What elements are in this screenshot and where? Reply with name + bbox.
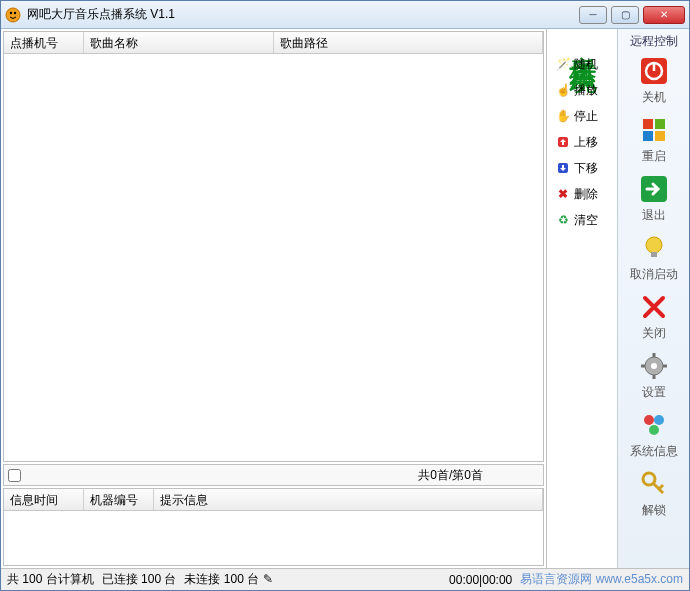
up-button[interactable]: 上移 xyxy=(552,131,612,153)
sysinfo-icon xyxy=(638,409,670,441)
message-body[interactable] xyxy=(4,511,543,565)
play-button[interactable]: ☝播放 xyxy=(552,79,612,101)
recycle-icon: ♻ xyxy=(556,213,570,227)
message-table: 信息时间 机器编号 提示信息 xyxy=(3,488,544,566)
select-all-checkbox[interactable] xyxy=(8,469,21,482)
playlist-body[interactable] xyxy=(4,54,543,461)
down-button[interactable]: 下移 xyxy=(552,157,612,179)
restart-button[interactable]: 重启 xyxy=(624,114,684,165)
windows-icon xyxy=(638,114,670,146)
close-window-button[interactable]: ✕ xyxy=(643,6,685,24)
midbar: 共0首/第0首 xyxy=(3,464,544,486)
status-connected: 已连接 100 台 xyxy=(102,571,177,588)
watermark: 易语言资源网 www.e5a5x.com xyxy=(520,571,683,588)
svg-line-26 xyxy=(659,485,663,489)
unlock-button[interactable]: 解锁 xyxy=(624,468,684,519)
svg-point-1 xyxy=(10,11,12,13)
bulb-icon xyxy=(638,232,670,264)
svg-rect-8 xyxy=(643,119,653,129)
cancel-start-button[interactable]: 取消启动 xyxy=(624,232,684,283)
vertical-banner: 音乐点播系统 xyxy=(567,33,598,45)
delete-button[interactable]: ✖删除 xyxy=(552,183,612,205)
message-header: 信息时间 机器编号 提示信息 xyxy=(4,489,543,511)
close-button[interactable]: 关闭 xyxy=(624,291,684,342)
x-icon: ✖ xyxy=(556,187,570,201)
right-panel: 远程控制 关机 重启 退出 取消启动 关闭 xyxy=(617,29,689,568)
titlebar: 网吧大厅音乐点播系统 V1.1 ─ ▢ ✕ xyxy=(1,1,689,29)
shutdown-button[interactable]: 关机 xyxy=(624,55,684,106)
svg-point-16 xyxy=(651,363,657,369)
remote-control-header: 远程控制 xyxy=(630,31,678,51)
window-title: 网吧大厅音乐点播系统 V1.1 xyxy=(27,6,575,23)
svg-point-13 xyxy=(646,237,662,253)
col-machine-id[interactable]: 机器编号 xyxy=(84,489,154,510)
red-x-icon xyxy=(638,291,670,323)
svg-point-21 xyxy=(644,415,654,425)
status-total: 共 100 台计算机 xyxy=(7,571,94,588)
status-time: 00:00|00:00 xyxy=(449,573,512,587)
wand-icon: 🪄 xyxy=(556,57,570,71)
side-column: 音乐点播系统 🪄随机 ☝播放 ✋停止 上移 下移 ✖删除 ♻清空 xyxy=(547,29,617,568)
svg-point-0 xyxy=(6,8,20,22)
app-icon xyxy=(5,7,21,23)
svg-rect-14 xyxy=(651,252,657,257)
clear-button[interactable]: ♻清空 xyxy=(552,209,612,231)
arrow-down-icon xyxy=(556,161,570,175)
stop-button[interactable]: ✋停止 xyxy=(552,105,612,127)
stop-hand-icon: ✋ xyxy=(556,109,570,123)
sysinfo-button[interactable]: 系统信息 xyxy=(624,409,684,460)
svg-rect-11 xyxy=(655,131,665,141)
col-song-path[interactable]: 歌曲路径 xyxy=(274,32,543,53)
col-song-name[interactable]: 歌曲名称 xyxy=(84,32,274,53)
svg-rect-9 xyxy=(655,119,665,129)
exit-button[interactable]: 退出 xyxy=(624,173,684,224)
svg-point-22 xyxy=(654,415,664,425)
pencil-icon: ✎ xyxy=(263,572,273,586)
key-icon xyxy=(638,468,670,500)
statusbar: 共 100 台计算机 已连接 100 台 未连接 100 台 ✎ 00:00|0… xyxy=(1,568,689,590)
arrow-up-icon xyxy=(556,135,570,149)
svg-rect-10 xyxy=(643,131,653,141)
settings-button[interactable]: 设置 xyxy=(624,350,684,401)
minimize-button[interactable]: ─ xyxy=(579,6,607,24)
status-disconnected: 未连接 100 台 ✎ xyxy=(184,571,272,588)
col-msg-time[interactable]: 信息时间 xyxy=(4,489,84,510)
random-button[interactable]: 🪄随机 xyxy=(552,53,612,75)
maximize-button[interactable]: ▢ xyxy=(611,6,639,24)
col-msg-info[interactable]: 提示信息 xyxy=(154,489,543,510)
svg-point-23 xyxy=(649,425,659,435)
song-count: 共0首/第0首 xyxy=(418,467,543,484)
playlist-header: 点播机号 歌曲名称 歌曲路径 xyxy=(4,32,543,54)
gear-icon xyxy=(638,350,670,382)
power-icon xyxy=(638,55,670,87)
arrow-right-icon xyxy=(638,173,670,205)
hand-icon: ☝ xyxy=(556,83,570,97)
svg-point-2 xyxy=(14,11,16,13)
col-machine-no[interactable]: 点播机号 xyxy=(4,32,84,53)
playlist-table: 点播机号 歌曲名称 歌曲路径 xyxy=(3,31,544,462)
